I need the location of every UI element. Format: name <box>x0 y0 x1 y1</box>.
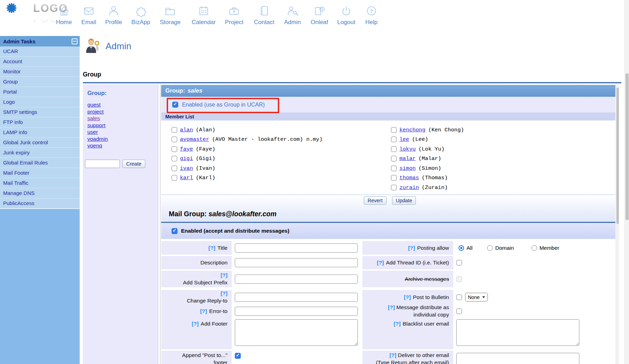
revert-button[interactable]: Revert <box>364 196 386 205</box>
member-link-lokyu[interactable]: lokyu <box>399 146 416 152</box>
sidebar-item-junk-expiry[interactable]: Junk expiry <box>0 148 80 158</box>
posting-allow-radio-member[interactable] <box>532 245 537 251</box>
post-to-bulletin-checkbox[interactable] <box>456 294 462 300</box>
member-link-ivan[interactable]: ivan <box>180 165 193 172</box>
nav-home[interactable]: Home <box>51 4 77 26</box>
sidebar-item-smtp-settings[interactable]: SMTP settings <box>0 107 80 117</box>
blacklist-textarea[interactable] <box>456 319 579 346</box>
change-reply-to-help-link[interactable]: [?] <box>220 290 227 297</box>
deliver-other-help-link[interactable]: [?] <box>389 352 396 358</box>
add-footer-textarea[interactable] <box>235 319 358 346</box>
member-link-thomas[interactable]: thomas <box>399 175 419 181</box>
nav-bizapp[interactable]: BizApp <box>128 4 154 26</box>
member-checkbox-ivan[interactable] <box>172 166 177 171</box>
group-link-voenq[interactable]: voenq <box>87 142 102 149</box>
group-link-voadmin[interactable]: voadmin <box>87 136 108 143</box>
member-checkbox-gigi[interactable] <box>172 156 177 161</box>
mail-group-enabled-checkbox[interactable] <box>172 228 178 234</box>
group-link-support[interactable]: support <box>87 122 106 129</box>
posting-allow-help-link[interactable]: [?] <box>408 245 415 251</box>
member-link-gigi[interactable]: gigi <box>180 155 193 162</box>
inner-scrollbar[interactable] <box>616 84 619 364</box>
member-checkbox-lee[interactable] <box>391 137 397 142</box>
sidebar-item-global-email-rules[interactable]: Global Email Rules <box>0 158 80 168</box>
group-list-heading: Group: <box>87 90 158 96</box>
member-checkbox-karl[interactable] <box>172 175 177 181</box>
sidebar-item-group[interactable]: Group <box>0 77 80 87</box>
sidebar-item-mail-traffic[interactable]: Mail Traffic <box>0 178 80 188</box>
member-link-kenchong[interactable]: kenchong <box>399 127 425 133</box>
group-link-user[interactable]: user <box>87 129 98 136</box>
member-checkbox-lokyu[interactable] <box>391 146 397 152</box>
sidebar-item-manage-dns[interactable]: Manage DNS <box>0 188 80 198</box>
member-checkbox-thomas[interactable] <box>391 175 397 181</box>
new-group-input[interactable] <box>85 160 120 168</box>
sidebar-item-portal[interactable]: Portal <box>0 87 80 97</box>
sidebar-item-publicaccess[interactable]: PublicAccess <box>0 198 80 209</box>
member-column-left: alan(Alan)avomaster(AVO Master - lookaft… <box>172 125 323 183</box>
nav-calendar[interactable]: Calendar <box>190 4 217 26</box>
sidebar-item-account[interactable]: Account <box>0 57 80 67</box>
message-distribute-checkbox[interactable] <box>456 308 462 314</box>
member-checkbox-simon[interactable] <box>391 166 397 171</box>
add-footer-help-link[interactable]: [?] <box>192 321 199 327</box>
update-button[interactable]: Update <box>392 196 416 205</box>
group-link-guest[interactable]: guest <box>87 101 101 108</box>
add-subject-prefix-input[interactable] <box>235 275 358 284</box>
nav-project[interactable]: Project <box>221 4 247 26</box>
post-to-bulletin-help-link[interactable]: [?] <box>404 294 411 300</box>
nav-help[interactable]: ? Help <box>358 4 385 26</box>
member-checkbox-kenchong[interactable] <box>391 127 397 133</box>
member-checkbox-faye[interactable] <box>172 146 177 152</box>
member-link-malar[interactable]: malar <box>399 155 416 162</box>
sidebar-item-logo[interactable]: Logo <box>0 97 80 107</box>
member-checkbox-zurain[interactable] <box>391 185 397 190</box>
group-link-project[interactable]: project <box>87 108 104 115</box>
window-scrollbar[interactable] <box>624 0 629 364</box>
create-button[interactable]: Create <box>122 160 145 168</box>
add-thread-id-checkbox[interactable] <box>456 260 462 265</box>
add-subject-prefix-help-link[interactable]: [?] <box>220 272 227 279</box>
member-checkbox-malar[interactable] <box>391 156 397 161</box>
group-enabled-checkbox[interactable] <box>172 102 178 108</box>
sidebar-item-global-junk-control[interactable]: Global Junk control <box>0 138 80 148</box>
change-reply-to-input[interactable] <box>235 293 358 302</box>
nav-admin[interactable]: Admin <box>279 4 306 26</box>
sidebar-item-lamp-info[interactable]: LAMP info <box>0 128 80 138</box>
add-thread-id-help-link[interactable]: [?] <box>377 260 384 266</box>
title-input[interactable] <box>235 243 358 253</box>
nav-profile[interactable]: Profile <box>100 4 127 26</box>
message-distribute-help-link[interactable]: [?] <box>388 304 395 310</box>
posting-allow-radio-all[interactable] <box>458 245 464 251</box>
deliver-other-textarea[interactable] <box>456 353 579 364</box>
posting-allow-radio-domain[interactable] <box>487 245 493 251</box>
member-link-lee[interactable]: lee <box>399 136 409 143</box>
title-help-link[interactable]: [?] <box>208 245 215 251</box>
member-link-avomaster[interactable]: avomaster <box>180 136 209 143</box>
member-link-alan[interactable]: alan <box>180 127 193 133</box>
sidebar-item-ucar[interactable]: UCAR <box>0 46 80 57</box>
nav-contact[interactable]: Contact <box>251 4 277 26</box>
nav-storage[interactable]: Storage <box>157 4 183 26</box>
nav-logout[interactable]: Logout <box>333 4 360 26</box>
nav-onleaf[interactable]: Onleaf <box>306 4 333 26</box>
member-link-zurain[interactable]: zurain <box>399 184 419 191</box>
add-subject-prefix-label: Add Subject Prefix <box>183 279 227 286</box>
description-input[interactable] <box>235 258 358 267</box>
sidebar-item-mail-footer[interactable]: Mail Footer <box>0 168 80 178</box>
member-checkbox-alan[interactable] <box>172 127 177 133</box>
nav-email[interactable]: Email <box>75 4 102 26</box>
member-checkbox-avomaster[interactable] <box>172 137 177 142</box>
error-to-help-link[interactable]: [?] <box>200 308 207 314</box>
post-to-bulletin-select[interactable]: None <box>465 293 488 301</box>
blacklist-help-link[interactable]: [?] <box>394 321 401 327</box>
collapse-minus-icon[interactable] <box>72 38 78 44</box>
error-to-input[interactable] <box>235 307 358 316</box>
append-footer-checkbox[interactable] <box>235 353 241 359</box>
member-link-faye[interactable]: faye <box>180 146 193 152</box>
sidebar-item-ftp-info[interactable]: FTP info <box>0 117 80 128</box>
group-link-sales[interactable]: sales <box>87 115 100 122</box>
sidebar-item-monitor[interactable]: Monitor <box>0 67 80 77</box>
member-link-simon[interactable]: simon <box>399 165 416 172</box>
member-link-karl[interactable]: karl <box>180 175 193 181</box>
